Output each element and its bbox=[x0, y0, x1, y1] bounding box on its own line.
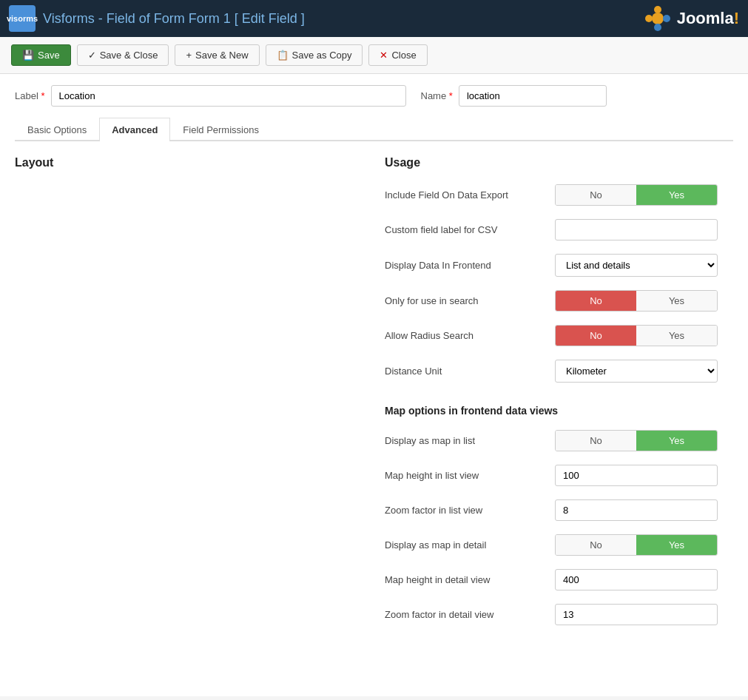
map-options-section: Map options in frontend data views Displ… bbox=[385, 405, 733, 625]
header: visorms Visforms - Field of Form Form 1 … bbox=[0, 0, 748, 37]
svg-point-1 bbox=[654, 6, 661, 13]
save-close-button[interactable]: ✓ Save & Close bbox=[77, 44, 169, 66]
toolbar: 💾 Save ✓ Save & Close + Save & New 📋 Sav… bbox=[0, 37, 748, 74]
zoom-detail-input[interactable] bbox=[555, 604, 718, 625]
display-map-detail-no[interactable]: No bbox=[556, 535, 636, 555]
allow-radius-search-no[interactable]: No bbox=[556, 326, 636, 346]
usage-column: Usage Include Field On Data Export No Ye… bbox=[385, 156, 733, 639]
map-height-detail-label: Map height in detail view bbox=[385, 574, 547, 585]
zoom-detail-label: Zoom factor in detail view bbox=[385, 609, 547, 620]
map-height-detail-input[interactable] bbox=[555, 569, 718, 590]
label-input[interactable] bbox=[51, 85, 406, 107]
svg-point-2 bbox=[663, 15, 670, 22]
map-height-list-row: Map height in list view bbox=[385, 465, 733, 486]
x-icon: ✕ bbox=[380, 50, 388, 61]
close-button[interactable]: ✕ Close bbox=[368, 44, 427, 66]
tabs-container: Basic Options Advanced Field Permissions bbox=[15, 118, 733, 141]
label-field-label: Label * bbox=[15, 90, 45, 101]
zoom-list-input[interactable] bbox=[555, 499, 718, 521]
allow-radius-search-row: Allow Radius Search No Yes bbox=[385, 325, 733, 346]
display-map-list-yes[interactable]: Yes bbox=[636, 431, 717, 451]
allow-radius-search-label: Allow Radius Search bbox=[385, 330, 547, 341]
only-search-yes[interactable]: Yes bbox=[636, 291, 717, 311]
tab-advanced[interactable]: Advanced bbox=[99, 118, 170, 141]
display-map-detail-label: Display as map in detail bbox=[385, 539, 547, 551]
joomla-icon-svg bbox=[643, 4, 673, 33]
plus-icon: + bbox=[186, 50, 192, 61]
svg-point-3 bbox=[654, 24, 661, 31]
include-field-export-row: Include Field On Data Export No Yes bbox=[385, 184, 733, 206]
display-data-frontend-select[interactable]: List and details List only Details only … bbox=[555, 254, 718, 277]
custom-csv-label-label: Custom field label for CSV bbox=[385, 224, 547, 235]
zoom-list-row: Zoom factor in list view bbox=[385, 499, 733, 521]
only-search-no[interactable]: No bbox=[556, 291, 636, 311]
display-data-frontend-row: Display Data In Frontend List and detail… bbox=[385, 254, 733, 277]
map-height-detail-row: Map height in detail view bbox=[385, 569, 733, 590]
allow-radius-search-toggle: No Yes bbox=[555, 325, 718, 346]
only-search-row: Only for use in search No Yes bbox=[385, 290, 733, 312]
main-layout: Layout Usage Include Field On Data Expor… bbox=[15, 156, 733, 639]
save-icon: 💾 bbox=[22, 50, 34, 61]
header-left: visorms Visforms - Field of Form Form 1 … bbox=[9, 5, 305, 32]
display-map-detail-yes[interactable]: Yes bbox=[636, 535, 717, 555]
display-map-detail-toggle: No Yes bbox=[555, 534, 718, 556]
name-input[interactable] bbox=[459, 85, 607, 107]
zoom-detail-row: Zoom factor in detail view bbox=[385, 604, 733, 625]
page-title: Visforms - Field of Form Form 1 [ Edit F… bbox=[43, 11, 305, 27]
distance-unit-row: Distance Unit Kilometer Mile bbox=[385, 360, 733, 383]
display-map-detail-row: Display as map in detail No Yes bbox=[385, 534, 733, 556]
name-field-label: Name * bbox=[421, 90, 453, 101]
label-group: Label * bbox=[15, 85, 406, 107]
visforms-logo: visorms bbox=[9, 5, 36, 32]
custom-csv-label-row: Custom field label for CSV bbox=[385, 219, 733, 240]
display-map-list-row: Display as map in list No Yes bbox=[385, 430, 733, 451]
include-field-export-label: Include Field On Data Export bbox=[385, 189, 547, 201]
display-map-list-toggle: No Yes bbox=[555, 430, 718, 451]
usage-section-title: Usage bbox=[385, 156, 733, 169]
tab-field-permissions[interactable]: Field Permissions bbox=[170, 118, 272, 141]
tab-basic-options[interactable]: Basic Options bbox=[15, 118, 99, 141]
zoom-list-label: Zoom factor in list view bbox=[385, 505, 547, 516]
save-button[interactable]: 💾 Save bbox=[11, 44, 71, 66]
check-icon: ✓ bbox=[88, 50, 96, 61]
distance-unit-select[interactable]: Kilometer Mile bbox=[555, 360, 718, 383]
save-new-button[interactable]: + Save & New bbox=[175, 44, 259, 66]
svg-point-4 bbox=[645, 15, 653, 22]
save-copy-button[interactable]: 📋 Save as Copy bbox=[266, 44, 363, 66]
svg-point-0 bbox=[652, 13, 664, 24]
only-search-toggle: No Yes bbox=[555, 290, 718, 312]
label-name-row: Label * Name * bbox=[15, 85, 733, 107]
map-height-list-input[interactable] bbox=[555, 465, 718, 486]
include-field-export-toggle: No Yes bbox=[555, 184, 718, 206]
include-field-export-yes[interactable]: Yes bbox=[636, 185, 717, 205]
name-group: Name * bbox=[421, 85, 607, 107]
joomla-text: Joomla! bbox=[677, 9, 739, 28]
layout-section-title: Layout bbox=[15, 156, 370, 169]
layout-column: Layout bbox=[15, 156, 370, 639]
joomla-logo: Joomla! bbox=[643, 4, 739, 33]
custom-csv-label-input[interactable] bbox=[555, 219, 718, 240]
include-field-export-no[interactable]: No bbox=[556, 185, 636, 205]
copy-icon: 📋 bbox=[277, 50, 289, 61]
display-map-list-no[interactable]: No bbox=[556, 431, 636, 451]
allow-radius-search-yes[interactable]: Yes bbox=[636, 326, 717, 346]
map-options-title: Map options in frontend data views bbox=[385, 405, 733, 417]
map-height-list-label: Map height in list view bbox=[385, 470, 547, 481]
display-data-frontend-label: Display Data In Frontend bbox=[385, 260, 547, 271]
content-area: Label * Name * Basic Options Advanced Fi… bbox=[0, 74, 748, 696]
display-map-list-label: Display as map in list bbox=[385, 435, 547, 446]
distance-unit-label: Distance Unit bbox=[385, 366, 547, 377]
only-search-label: Only for use in search bbox=[385, 295, 547, 306]
